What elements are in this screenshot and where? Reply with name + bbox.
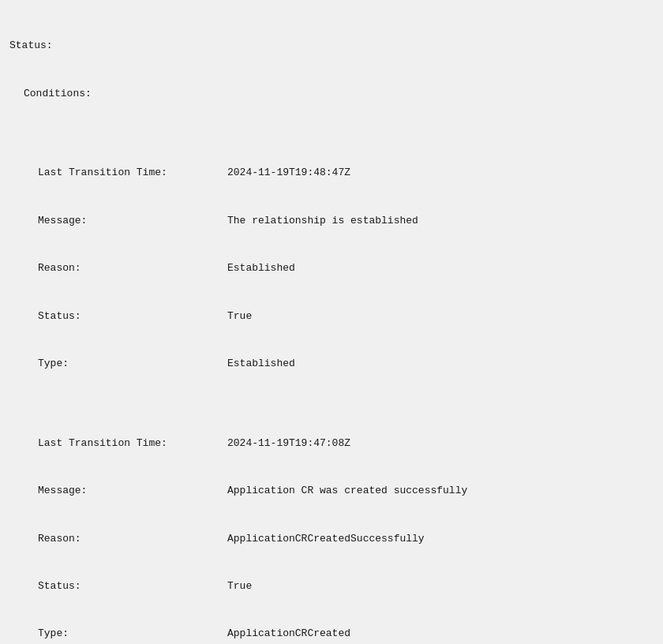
reason-value-2: ApplicationCRCreatedSuccessfully	[227, 531, 425, 547]
ltt-value-1: 2024-11-19T19:48:47Z	[227, 165, 350, 181]
condition-2-ltt: Last Transition Time:2024-11-19T19:47:08…	[9, 436, 654, 451]
main-content: Status: Conditions: Last Transition Time…	[9, 6, 654, 644]
condition-2-type: Type:ApplicationCRCreated	[9, 626, 654, 642]
ltt-label-1: Last Transition Time:	[38, 165, 227, 181]
status-label: Status:	[9, 39, 53, 51]
condition-1-ltt: Last Transition Time:2024-11-19T19:48:47…	[9, 165, 654, 181]
msg-label-2: Message:	[38, 483, 227, 499]
type-label-2: Type:	[38, 626, 227, 642]
status-label-1: Status:	[38, 309, 227, 324]
msg-label-1: Message:	[38, 213, 227, 229]
msg-value-2: Application CR was created successfully	[227, 483, 467, 499]
ltt-label-2: Last Transition Time:	[38, 436, 227, 451]
status-label-2: Status:	[38, 578, 227, 594]
reason-label-2: Reason:	[38, 531, 227, 547]
condition-1-type: Type:Established	[9, 356, 654, 372]
condition-1-status: Status:True	[9, 309, 654, 324]
type-label-1: Type:	[38, 356, 227, 372]
status-line: Status:	[9, 38, 654, 54]
ltt-value-2: 2024-11-19T19:47:08Z	[227, 436, 350, 451]
condition-1-reason: Reason:Established	[9, 260, 654, 276]
conditions-label: Conditions:	[24, 86, 92, 102]
reason-value-1: Established	[227, 260, 295, 276]
conditions-header: Conditions:	[9, 86, 654, 102]
type-value-2: ApplicationCRCreated	[227, 626, 350, 642]
status-value-2: True	[227, 578, 252, 594]
msg-value-1: The relationship is established	[227, 213, 418, 229]
condition-2-msg: Message:Application CR was created succe…	[9, 483, 654, 499]
condition-1-msg: Message:The relationship is established	[9, 213, 654, 229]
condition-2-reason: Reason:ApplicationCRCreatedSuccessfully	[9, 531, 654, 547]
type-value-1: Established	[227, 356, 295, 372]
condition-2-status: Status:True	[9, 578, 654, 594]
reason-label-1: Reason:	[38, 260, 227, 276]
status-value-1: True	[227, 309, 252, 324]
